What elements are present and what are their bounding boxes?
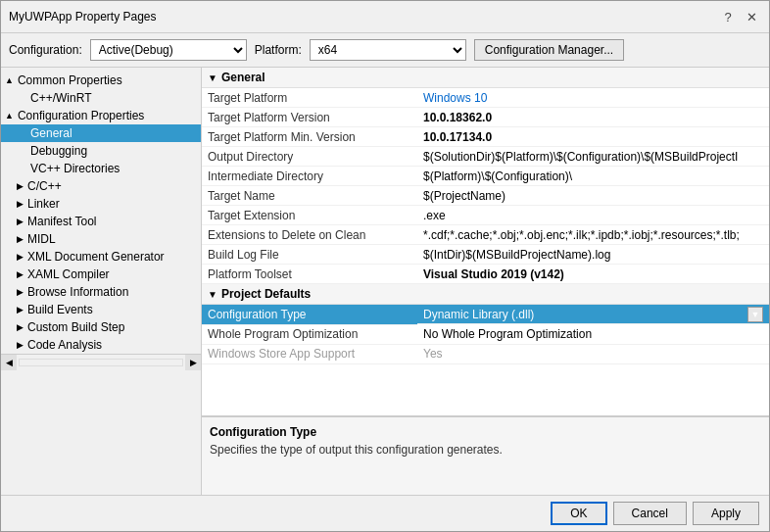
prop-row-target-platform-ver[interactable]: Target Platform Version10.0.18362.0 xyxy=(202,108,769,127)
prop-value-win-store-support: Yes xyxy=(417,344,769,363)
prop-name-build-log: Build Log File xyxy=(202,245,417,265)
tree-item-xaml-compiler[interactable]: ▶XAML Compiler xyxy=(1,266,201,283)
tree-item-common-props[interactable]: ▲Common Properties xyxy=(1,72,201,89)
prop-name-target-platform-min: Target Platform Min. Version xyxy=(202,127,417,147)
tree-item-label: Browse Information xyxy=(27,285,128,299)
platform-select[interactable]: x64 xyxy=(310,39,466,61)
prop-row-config-type[interactable]: Configuration TypeDynamic Library (.dll)… xyxy=(202,305,769,325)
prop-value-extensions-delete: *.cdf;*.cache;*.obj;*.obj.enc;*.ilk;*.ip… xyxy=(417,225,769,245)
description-text: Specifies the type of output this config… xyxy=(210,443,761,457)
prop-value-target-ext: .exe xyxy=(417,206,769,225)
tree-item-custom-build[interactable]: ▶Custom Build Step xyxy=(1,318,201,336)
prop-name-target-name: Target Name xyxy=(202,186,417,206)
tree-item-midl[interactable]: ▶MIDL xyxy=(1,230,201,248)
prop-row-build-log[interactable]: Build Log File$(IntDir)$(MSBuildProjectN… xyxy=(202,245,769,265)
config-bar: Configuration: Active(Debug) Platform: x… xyxy=(1,33,769,68)
prop-value-build-log: $(IntDir)$(MSBuildProjectName).log xyxy=(417,245,769,265)
scroll-left-btn[interactable]: ◀ xyxy=(1,355,17,370)
prop-row-target-ext[interactable]: Target Extension.exe xyxy=(202,206,769,225)
prop-value-target-platform: Windows 10 xyxy=(417,88,769,108)
tree-item-label: Common Properties xyxy=(18,73,122,87)
tree-item-cpp[interactable]: ▶C/C++ xyxy=(1,177,201,195)
prop-row-intermediate-dir[interactable]: Intermediate Directory$(Platform)\$(Conf… xyxy=(202,167,769,186)
prop-name-output-dir: Output Directory xyxy=(202,147,417,167)
tree-item-vcpp-dirs[interactable]: VC++ Directories xyxy=(1,160,201,177)
horizontal-scrollbar[interactable]: ◀ ▶ xyxy=(1,354,201,369)
properties-table: ▼GeneralTarget PlatformWindows 10Target … xyxy=(202,68,769,416)
prop-value-target-platform-ver: 10.0.18362.0 xyxy=(417,108,769,127)
tree-item-label: C++/WinRT xyxy=(30,91,91,105)
prop-row-target-name[interactable]: Target Name$(ProjectName) xyxy=(202,186,769,206)
tree-item-label: Configuration Properties xyxy=(18,109,144,122)
tree-item-label: Custom Build Step xyxy=(27,320,124,334)
prop-value-whole-program-opt: No Whole Program Optimization xyxy=(417,324,769,344)
tree-arrow: ▶ xyxy=(17,199,24,209)
tree-item-label: Linker xyxy=(27,197,60,211)
prop-value-intermediate-dir: $(Platform)\$(Configuration)\ xyxy=(417,167,769,186)
tree-item-manifest-tool[interactable]: ▶Manifest Tool xyxy=(1,213,201,230)
dialog-title: MyUWPApp Property Pages xyxy=(9,10,157,24)
prop-row-target-platform-min[interactable]: Target Platform Min. Version10.0.17134.0 xyxy=(202,127,769,147)
tree-arrow: ▶ xyxy=(17,234,24,244)
description-title: Configuration Type xyxy=(210,425,761,439)
tree-arrow: ▶ xyxy=(17,181,24,191)
tree-item-label: Build Events xyxy=(27,303,93,316)
tree-item-config-props[interactable]: ▲Configuration Properties xyxy=(1,107,201,124)
prop-name-extensions-delete: Extensions to Delete on Clean xyxy=(202,225,417,245)
section-header-general[interactable]: ▼General xyxy=(202,68,769,88)
config-select[interactable]: Active(Debug) xyxy=(90,39,247,61)
tree-arrow: ▶ xyxy=(17,340,24,350)
tree-item-label: XAML Compiler xyxy=(27,267,110,281)
help-button[interactable]: ? xyxy=(718,7,738,26)
tree-item-label: VC++ Directories xyxy=(30,162,120,175)
cancel-button[interactable]: Cancel xyxy=(613,502,687,525)
prop-name-target-platform-ver: Target Platform Version xyxy=(202,108,417,127)
tree-arrow: ▶ xyxy=(17,217,24,226)
section-toggle: ▼ xyxy=(208,73,217,83)
scroll-track xyxy=(19,359,183,366)
ok-button[interactable]: OK xyxy=(551,502,606,525)
tree-item-xml-doc-gen[interactable]: ▶XML Document Generator xyxy=(1,248,201,266)
tree-item-browse-info[interactable]: ▶Browse Information xyxy=(1,283,201,301)
tree-item-label: Code Analysis xyxy=(27,338,102,352)
prop-value-config-type[interactable]: Dynamic Library (.dll)▼ xyxy=(417,305,769,324)
prop-row-platform-toolset[interactable]: Platform ToolsetVisual Studio 2019 (v142… xyxy=(202,265,769,284)
dropdown-arrow[interactable]: ▼ xyxy=(747,307,763,322)
config-label: Configuration: xyxy=(9,43,82,57)
tree-item-code-analysis[interactable]: ▶Code Analysis xyxy=(1,336,201,354)
prop-name-whole-program-opt: Whole Program Optimization xyxy=(202,324,417,344)
prop-row-target-platform[interactable]: Target PlatformWindows 10 xyxy=(202,88,769,108)
apply-button[interactable]: Apply xyxy=(693,502,759,525)
prop-name-config-type: Configuration Type xyxy=(202,305,417,325)
close-button[interactable]: ✕ xyxy=(742,7,761,26)
tree-item-general[interactable]: General xyxy=(1,124,201,142)
tree-item-build-events[interactable]: ▶Build Events xyxy=(1,301,201,318)
tree-item-linker[interactable]: ▶Linker xyxy=(1,195,201,213)
tree-arrow: ▶ xyxy=(17,269,24,279)
prop-value-target-platform-min: 10.0.17134.0 xyxy=(417,127,769,147)
section-toggle: ▼ xyxy=(208,289,217,300)
tree-arrow: ▶ xyxy=(17,322,24,332)
tree-item-label: Debugging xyxy=(30,144,87,158)
main-content: ▲Common PropertiesC++/WinRT▲Configuratio… xyxy=(1,68,769,495)
tree-arrow: ▶ xyxy=(17,252,24,262)
config-manager-button[interactable]: Configuration Manager... xyxy=(474,39,624,61)
prop-name-target-platform: Target Platform xyxy=(202,88,417,108)
prop-name-win-store-support: Windows Store App Support xyxy=(202,344,417,363)
tree-arrow: ▶ xyxy=(17,305,24,314)
tree-item-label: C/C++ xyxy=(27,179,62,193)
prop-name-intermediate-dir: Intermediate Directory xyxy=(202,167,417,186)
prop-row-output-dir[interactable]: Output Directory$(SolutionDir)$(Platform… xyxy=(202,147,769,167)
scroll-right-btn[interactable]: ▶ xyxy=(185,355,201,370)
prop-row-extensions-delete[interactable]: Extensions to Delete on Clean*.cdf;*.cac… xyxy=(202,225,769,245)
tree-item-cpp-winrt[interactable]: C++/WinRT xyxy=(1,89,201,107)
prop-value-text: Dynamic Library (.dll) xyxy=(423,308,534,321)
prop-row-whole-program-opt[interactable]: Whole Program OptimizationNo Whole Progr… xyxy=(202,324,769,344)
bottom-bar: OK Cancel Apply xyxy=(1,495,769,531)
section-header-project-defaults[interactable]: ▼Project Defaults xyxy=(202,284,769,305)
prop-row-win-store-support[interactable]: Windows Store App SupportYes xyxy=(202,344,769,363)
tree-arrow: ▲ xyxy=(5,111,14,121)
tree-item-label: General xyxy=(30,126,72,140)
right-panel: ▼GeneralTarget PlatformWindows 10Target … xyxy=(202,68,769,495)
tree-item-debugging[interactable]: Debugging xyxy=(1,142,201,160)
